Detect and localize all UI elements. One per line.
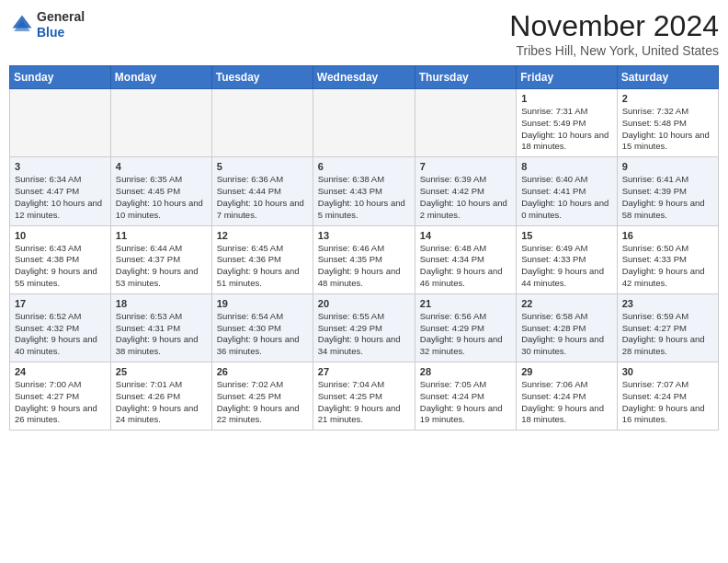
calendar-cell: 25Sunrise: 7:01 AM Sunset: 4:26 PM Dayli… [110, 362, 211, 431]
calendar-cell: 23Sunrise: 6:59 AM Sunset: 4:27 PM Dayli… [617, 293, 718, 362]
calendar-cell: 9Sunrise: 6:41 AM Sunset: 4:39 PM Daylig… [617, 157, 718, 225]
calendar-cell: 15Sunrise: 6:49 AM Sunset: 4:33 PM Dayli… [517, 225, 618, 293]
day-number: 10 [15, 230, 106, 241]
week-row-1: 1Sunrise: 7:31 AM Sunset: 5:49 PM Daylig… [10, 89, 719, 157]
day-info: Sunrise: 6:58 AM Sunset: 4:28 PM Dayligh… [521, 311, 612, 358]
day-number: 27 [318, 366, 410, 377]
day-number: 8 [521, 161, 612, 172]
day-number: 28 [420, 366, 511, 377]
calendar-cell: 29Sunrise: 7:06 AM Sunset: 4:24 PM Dayli… [517, 362, 618, 431]
calendar-cell: 16Sunrise: 6:50 AM Sunset: 4:33 PM Dayli… [617, 225, 718, 293]
day-number: 15 [521, 230, 612, 241]
calendar-cell: 10Sunrise: 6:43 AM Sunset: 4:38 PM Dayli… [10, 225, 111, 293]
page-header: General Blue November 2024 Tribes Hill, … [9, 9, 719, 58]
calendar-cell: 2Sunrise: 7:32 AM Sunset: 5:48 PM Daylig… [617, 89, 718, 157]
day-number: 13 [318, 230, 410, 241]
calendar-cell [313, 89, 415, 157]
day-number: 11 [116, 230, 207, 241]
logo-general-text: General [37, 9, 85, 25]
day-number: 7 [420, 161, 511, 172]
day-info: Sunrise: 6:45 AM Sunset: 4:36 PM Dayligh… [217, 243, 308, 290]
calendar-cell: 5Sunrise: 6:36 AM Sunset: 4:44 PM Daylig… [211, 157, 313, 225]
calendar-cell: 1Sunrise: 7:31 AM Sunset: 5:49 PM Daylig… [517, 89, 618, 157]
day-number: 26 [217, 366, 308, 377]
day-info: Sunrise: 6:46 AM Sunset: 4:35 PM Dayligh… [318, 243, 410, 290]
day-number: 4 [116, 161, 207, 172]
logo-icon [9, 12, 35, 38]
day-info: Sunrise: 7:02 AM Sunset: 4:25 PM Dayligh… [217, 379, 308, 426]
calendar-cell: 27Sunrise: 7:04 AM Sunset: 4:25 PM Dayli… [313, 362, 415, 431]
day-info: Sunrise: 6:35 AM Sunset: 4:45 PM Dayligh… [116, 174, 207, 221]
calendar-cell: 30Sunrise: 7:07 AM Sunset: 4:24 PM Dayli… [617, 362, 718, 431]
weekday-header-tuesday: Tuesday [211, 66, 313, 89]
weekday-header-wednesday: Wednesday [313, 66, 415, 89]
day-number: 20 [318, 298, 410, 309]
day-number: 23 [622, 298, 713, 309]
calendar-cell: 11Sunrise: 6:44 AM Sunset: 4:37 PM Dayli… [110, 225, 211, 293]
day-number: 12 [217, 230, 308, 241]
logo: General Blue [9, 9, 85, 40]
day-info: Sunrise: 6:50 AM Sunset: 4:33 PM Dayligh… [622, 243, 713, 290]
calendar-cell: 24Sunrise: 7:00 AM Sunset: 4:27 PM Dayli… [10, 362, 111, 431]
day-info: Sunrise: 7:32 AM Sunset: 5:48 PM Dayligh… [622, 106, 713, 153]
day-number: 18 [116, 298, 207, 309]
calendar-cell: 20Sunrise: 6:55 AM Sunset: 4:29 PM Dayli… [313, 293, 415, 362]
day-number: 5 [217, 161, 308, 172]
day-info: Sunrise: 6:54 AM Sunset: 4:30 PM Dayligh… [217, 311, 308, 358]
day-number: 19 [217, 298, 308, 309]
day-info: Sunrise: 6:53 AM Sunset: 4:31 PM Dayligh… [116, 311, 207, 358]
calendar-cell: 13Sunrise: 6:46 AM Sunset: 4:35 PM Dayli… [313, 225, 415, 293]
calendar-cell: 8Sunrise: 6:40 AM Sunset: 4:41 PM Daylig… [517, 157, 618, 225]
calendar-cell [110, 89, 211, 157]
day-number: 9 [622, 161, 713, 172]
weekday-header-saturday: Saturday [617, 66, 718, 89]
week-row-3: 10Sunrise: 6:43 AM Sunset: 4:38 PM Dayli… [10, 225, 719, 293]
week-row-2: 3Sunrise: 6:34 AM Sunset: 4:47 PM Daylig… [10, 157, 719, 225]
day-number: 25 [116, 366, 207, 377]
month-title: November 2024 [509, 9, 719, 43]
day-number: 22 [521, 298, 612, 309]
day-number: 24 [15, 366, 106, 377]
day-info: Sunrise: 6:49 AM Sunset: 4:33 PM Dayligh… [521, 243, 612, 290]
day-info: Sunrise: 6:48 AM Sunset: 4:34 PM Dayligh… [420, 243, 511, 290]
day-number: 2 [622, 93, 713, 104]
calendar-cell: 6Sunrise: 6:38 AM Sunset: 4:43 PM Daylig… [313, 157, 415, 225]
calendar-cell: 19Sunrise: 6:54 AM Sunset: 4:30 PM Dayli… [211, 293, 313, 362]
calendar-cell: 7Sunrise: 6:39 AM Sunset: 4:42 PM Daylig… [415, 157, 516, 225]
day-info: Sunrise: 6:44 AM Sunset: 4:37 PM Dayligh… [116, 243, 207, 290]
day-info: Sunrise: 7:00 AM Sunset: 4:27 PM Dayligh… [15, 379, 106, 426]
day-info: Sunrise: 7:01 AM Sunset: 4:26 PM Dayligh… [116, 379, 207, 426]
day-info: Sunrise: 6:38 AM Sunset: 4:43 PM Dayligh… [318, 174, 410, 221]
weekday-header-thursday: Thursday [415, 66, 516, 89]
calendar-cell [415, 89, 516, 157]
day-info: Sunrise: 6:40 AM Sunset: 4:41 PM Dayligh… [521, 174, 612, 221]
calendar-cell: 17Sunrise: 6:52 AM Sunset: 4:32 PM Dayli… [10, 293, 111, 362]
day-info: Sunrise: 6:36 AM Sunset: 4:44 PM Dayligh… [217, 174, 308, 221]
day-info: Sunrise: 6:34 AM Sunset: 4:47 PM Dayligh… [15, 174, 106, 221]
day-info: Sunrise: 6:55 AM Sunset: 4:29 PM Dayligh… [318, 311, 410, 358]
calendar-cell [211, 89, 313, 157]
calendar-cell: 3Sunrise: 6:34 AM Sunset: 4:47 PM Daylig… [10, 157, 111, 225]
week-row-5: 24Sunrise: 7:00 AM Sunset: 4:27 PM Dayli… [10, 362, 719, 431]
day-number: 17 [15, 298, 106, 309]
calendar-cell: 28Sunrise: 7:05 AM Sunset: 4:24 PM Dayli… [415, 362, 516, 431]
calendar-table: SundayMondayTuesdayWednesdayThursdayFrid… [9, 65, 719, 431]
logo-blue-text: Blue [37, 25, 85, 40]
day-number: 3 [15, 161, 106, 172]
day-info: Sunrise: 6:39 AM Sunset: 4:42 PM Dayligh… [420, 174, 511, 221]
calendar-cell: 21Sunrise: 6:56 AM Sunset: 4:29 PM Dayli… [415, 293, 516, 362]
title-block: November 2024 Tribes Hill, New York, Uni… [509, 9, 719, 58]
weekday-header-sunday: Sunday [10, 66, 111, 89]
weekday-header-monday: Monday [110, 66, 211, 89]
day-info: Sunrise: 6:52 AM Sunset: 4:32 PM Dayligh… [15, 311, 106, 358]
day-info: Sunrise: 7:05 AM Sunset: 4:24 PM Dayligh… [420, 379, 511, 426]
day-number: 29 [521, 366, 612, 377]
calendar-cell: 26Sunrise: 7:02 AM Sunset: 4:25 PM Dayli… [211, 362, 313, 431]
day-info: Sunrise: 7:04 AM Sunset: 4:25 PM Dayligh… [318, 379, 410, 426]
calendar-cell: 14Sunrise: 6:48 AM Sunset: 4:34 PM Dayli… [415, 225, 516, 293]
location: Tribes Hill, New York, United States [509, 43, 719, 58]
day-info: Sunrise: 7:07 AM Sunset: 4:24 PM Dayligh… [622, 379, 713, 426]
day-info: Sunrise: 6:59 AM Sunset: 4:27 PM Dayligh… [622, 311, 713, 358]
day-info: Sunrise: 7:06 AM Sunset: 4:24 PM Dayligh… [521, 379, 612, 426]
weekday-header-friday: Friday [517, 66, 618, 89]
